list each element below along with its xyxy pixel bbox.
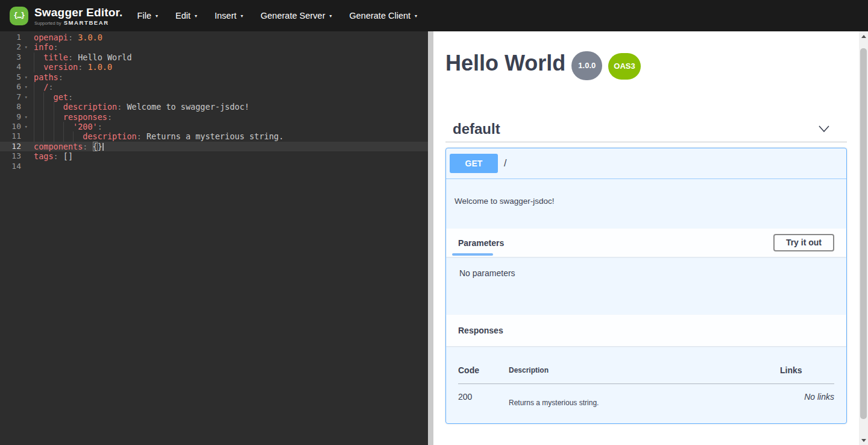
menu-generate-client[interactable]: Generate Client▾ xyxy=(350,11,418,21)
column-header-code: Code xyxy=(458,358,509,384)
gutter-cell: 12 xyxy=(0,142,29,151)
editor-line[interactable]: 7▾ get: xyxy=(0,92,428,102)
code-text: '200': xyxy=(29,122,102,131)
line-number: 12 xyxy=(0,142,29,151)
gutter-cell: 7▾ xyxy=(0,92,29,102)
chevron-down-icon xyxy=(818,125,830,133)
editor-line[interactable]: 9▾ responses: xyxy=(0,112,428,122)
active-tab-underline xyxy=(452,253,493,256)
menu-generate-server[interactable]: Generate Server▾ xyxy=(260,11,332,21)
code-text: description: Welcome to swagger-jsdoc! xyxy=(29,102,250,112)
swagger-editor-app: {…} Swagger Editor. Supported by SMARTBE… xyxy=(0,0,868,445)
gutter-cell: 1 xyxy=(0,33,29,42)
menu-label: Generate Server xyxy=(260,11,325,21)
gutter-cell: 8 xyxy=(0,102,29,112)
gutter-cell: 14 xyxy=(0,162,29,171)
editor-line[interactable]: 4 version: 1.0.0 xyxy=(0,62,428,72)
code-text: title: Hello World xyxy=(29,52,132,62)
gutter-cell: 4 xyxy=(0,62,29,72)
code-text: description: Returns a mysterious string… xyxy=(29,131,284,141)
line-number: 13 xyxy=(0,151,29,161)
opblock-get-root: GET / Welcome to swagger-jsdoc! Paramete… xyxy=(445,148,847,424)
operation-path-link[interactable]: / xyxy=(504,158,506,169)
menu-edit[interactable]: Edit▾ xyxy=(175,11,197,21)
gutter-cell: 10▾ xyxy=(0,122,29,131)
collapse-section-button[interactable] xyxy=(818,125,830,133)
editor-lines: 1openapi: 3.0.02▾info:3 title: Hello Wor… xyxy=(0,33,428,171)
editor-line[interactable]: 12components: {} xyxy=(0,142,428,151)
vertical-scrollbar[interactable] xyxy=(859,31,868,445)
scrollbar-thumb[interactable] xyxy=(860,48,867,419)
editor-line[interactable]: 3 title: Hello World xyxy=(0,52,428,62)
version-badge: 1.0.0 xyxy=(571,51,602,80)
menu-label: File xyxy=(137,11,151,21)
supported-by-label: Supported by xyxy=(34,21,61,26)
column-header-description: Description xyxy=(509,358,780,384)
scroll-down-button[interactable] xyxy=(859,435,868,445)
operation-summary[interactable]: GET / xyxy=(446,148,846,179)
text-cursor xyxy=(102,143,104,151)
tag-section-default[interactable]: default xyxy=(445,121,847,142)
topbar: {…} Swagger Editor. Supported by SMARTBE… xyxy=(0,0,868,31)
line-number: 3 xyxy=(0,52,29,62)
caret-down-icon: ▾ xyxy=(415,13,417,19)
responses-header: Responses xyxy=(446,315,846,346)
gutter-cell: 13 xyxy=(0,151,29,161)
method-badge: GET xyxy=(450,154,498,173)
code-text xyxy=(29,162,34,171)
line-number: 8 xyxy=(0,102,29,112)
operation-description: Welcome to swagger-jsdoc! xyxy=(446,179,846,229)
caret-down-icon: ▾ xyxy=(195,13,197,19)
gutter-cell: 11 xyxy=(0,131,29,141)
scroll-down-icon xyxy=(861,439,866,442)
pane-splitter[interactable] xyxy=(428,31,433,445)
menu-insert[interactable]: Insert▾ xyxy=(215,11,243,21)
line-number: 11 xyxy=(0,131,29,141)
table-row: 200 Returns a mysterious string. No link… xyxy=(458,384,834,408)
fold-caret-icon[interactable]: ▾ xyxy=(25,93,28,101)
editor-line[interactable]: 5▾paths: xyxy=(0,72,428,82)
editor-pane[interactable]: 1openapi: 3.0.02▾info:3 title: Hello Wor… xyxy=(0,31,428,445)
code-text: /: xyxy=(29,82,54,92)
swagger-logo-icon: {…} xyxy=(10,7,28,25)
responses-table: Code Description Links 200 Returns a mys… xyxy=(458,358,834,407)
gutter-cell: 9▾ xyxy=(0,112,29,122)
editor-line[interactable]: 13tags: [] xyxy=(0,151,428,161)
gutter-cell: 2▾ xyxy=(0,42,29,52)
editor-line[interactable]: 6▾ /: xyxy=(0,82,428,92)
code-text: info: xyxy=(29,42,58,52)
fold-caret-icon[interactable]: ▾ xyxy=(25,122,28,131)
menu-file[interactable]: File▾ xyxy=(137,11,158,21)
app-title: Swagger Editor. xyxy=(34,6,123,19)
caret-down-icon: ▾ xyxy=(329,13,332,19)
api-title: Hello World1.0.0OAS3 xyxy=(445,51,847,80)
try-it-out-button[interactable]: Try it out xyxy=(773,234,834,251)
code-text: responses: xyxy=(29,112,112,122)
editor-line[interactable]: 8 description: Welcome to swagger-jsdoc! xyxy=(0,102,428,112)
api-title-text: Hello World xyxy=(445,51,565,75)
parameters-header: Parameters Try it out xyxy=(446,229,846,257)
fold-caret-icon[interactable]: ▾ xyxy=(25,113,28,121)
responses-table-header-row: Code Description Links xyxy=(458,358,834,384)
editor-line[interactable]: 10▾ '200': xyxy=(0,122,428,131)
caret-down-icon: ▾ xyxy=(241,13,243,19)
oas3-badge: OAS3 xyxy=(608,53,640,80)
code-text: version: 1.0.0 xyxy=(29,62,112,72)
editor-line[interactable]: 1openapi: 3.0.0 xyxy=(0,33,428,42)
line-number: 1 xyxy=(0,33,29,42)
editor-line[interactable]: 11 description: Returns a mysterious str… xyxy=(0,131,428,141)
tag-title: default xyxy=(453,121,500,137)
responses-body: Code Description Links 200 Returns a mys… xyxy=(446,346,846,423)
code-text: tags: [] xyxy=(29,151,73,161)
fold-caret-icon[interactable]: ▾ xyxy=(25,83,28,91)
scroll-up-button[interactable] xyxy=(859,31,868,41)
code-text: components: {} xyxy=(29,142,104,151)
editor-line[interactable]: 14 xyxy=(0,162,428,171)
response-description: Returns a mysterious string. xyxy=(509,384,780,408)
fold-caret-icon[interactable]: ▾ xyxy=(25,73,28,81)
editor-line[interactable]: 2▾info: xyxy=(0,42,428,52)
code-text: paths: xyxy=(29,72,63,82)
brand-block: Swagger Editor. Supported by SMARTBEAR xyxy=(34,6,123,26)
fold-caret-icon[interactable]: ▾ xyxy=(25,43,28,51)
no-parameters-text: No parameters xyxy=(459,268,515,278)
